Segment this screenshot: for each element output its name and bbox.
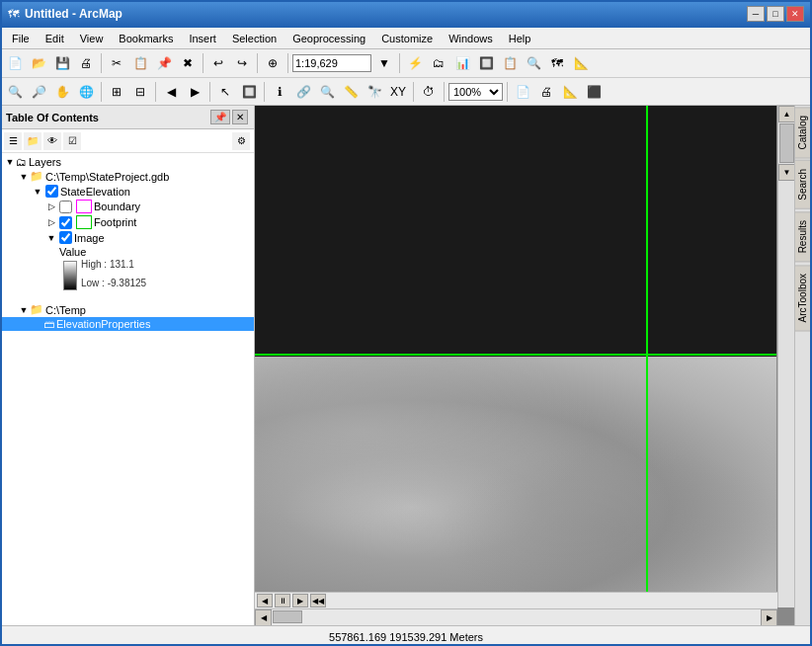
print-button[interactable]: 🖨 <box>75 52 97 74</box>
toc-layers-root[interactable]: ▼ 🗂 Layers <box>0 155 254 169</box>
tab-results[interactable]: Results <box>795 211 812 262</box>
map-nav-start[interactable]: ◀◀ <box>310 594 326 607</box>
tab-search[interactable]: Search <box>795 160 812 209</box>
zoom-in-btn[interactable]: 🔍 <box>4 81 26 103</box>
info-btn[interactable]: ℹ <box>269 81 290 103</box>
expand-gdb2[interactable]: ▼ <box>18 304 30 316</box>
tool6[interactable]: 🗺 <box>546 52 568 74</box>
hyperlink-btn[interactable]: 🔗 <box>292 81 314 103</box>
maximize-button[interactable]: □ <box>767 6 784 22</box>
layout-btn1[interactable]: 📄 <box>512 81 533 103</box>
zoom-select[interactable]: 100% <box>448 83 503 101</box>
menu-geoprocessing[interactable]: Geoprocessing <box>284 31 373 46</box>
vscroll-track[interactable] <box>778 123 794 163</box>
paste-button[interactable]: 📌 <box>153 52 175 74</box>
map-nav-fwd[interactable]: ▶ <box>292 594 308 607</box>
tool7[interactable]: 📐 <box>570 52 592 74</box>
state-elevation-checkbox[interactable] <box>45 185 58 198</box>
menu-file[interactable]: File <box>4 31 38 46</box>
map-area[interactable]: ◀ ⏸ ▶ ◀◀ ▲ ▼ ◀ ▶ <box>255 106 794 625</box>
toc-elevation-props[interactable]: 🗃 ElevationProperties <box>0 317 254 331</box>
layout-btn2[interactable]: 🖨 <box>535 81 557 103</box>
layout-btn3[interactable]: 📐 <box>559 81 581 103</box>
expand-image[interactable]: ▼ <box>45 232 57 244</box>
delete-button[interactable]: ✖ <box>177 52 199 74</box>
menu-bookmarks[interactable]: Bookmarks <box>111 31 181 46</box>
expand-gdb1[interactable]: ▼ <box>18 171 30 183</box>
menu-selection[interactable]: Selection <box>224 31 284 46</box>
toc-pin-button[interactable]: 📌 <box>210 110 230 124</box>
full-extent-btn[interactable]: ⊞ <box>106 81 127 103</box>
toc-sel-btn[interactable]: ☑ <box>63 132 81 150</box>
open-button[interactable]: 📂 <box>28 52 49 74</box>
layout-btn4[interactable]: ⬛ <box>583 81 605 103</box>
measure-btn[interactable]: 📏 <box>340 81 362 103</box>
map-hscrollbar[interactable]: ◀ ▶ <box>255 608 777 625</box>
tool4[interactable]: 📋 <box>499 52 521 74</box>
zoom-out-btn[interactable]: 🔎 <box>28 81 49 103</box>
hscroll-left[interactable]: ◀ <box>255 609 272 626</box>
menu-windows[interactable]: Windows <box>441 31 501 46</box>
select-btn[interactable]: ↖ <box>214 81 236 103</box>
vscroll-up[interactable]: ▲ <box>778 106 794 122</box>
map-nav-pause[interactable]: ⏸ <box>275 594 290 607</box>
copy-button[interactable]: 📋 <box>129 52 151 74</box>
toc-vis-btn[interactable]: 👁 <box>43 132 61 150</box>
fwd-btn[interactable]: ▶ <box>184 81 205 103</box>
menu-customize[interactable]: Customize <box>373 31 441 46</box>
map-nav-back[interactable]: ◀ <box>257 594 273 607</box>
toc-image[interactable]: ▼ Image <box>0 230 254 245</box>
toc-state-elevation[interactable]: ▼ StateElevation <box>0 184 254 199</box>
toc-close-button[interactable]: ✕ <box>232 110 248 124</box>
toc-footprint[interactable]: ▷ Footprint <box>0 214 254 230</box>
footprint-checkbox[interactable] <box>59 216 72 229</box>
find-route-button[interactable]: ⚡ <box>404 52 426 74</box>
georef-button[interactable]: ⊕ <box>262 52 284 74</box>
menu-view[interactable]: View <box>72 31 112 46</box>
toc-list-btn[interactable]: ☰ <box>4 132 22 150</box>
tool5[interactable]: 🔍 <box>523 52 544 74</box>
select2-btn[interactable]: 🔲 <box>238 81 260 103</box>
new-button[interactable]: 📄 <box>4 52 26 74</box>
toc-source-btn[interactable]: 📁 <box>24 132 41 150</box>
zoom-extent-btn[interactable]: ⊟ <box>129 81 151 103</box>
cut-button[interactable]: ✂ <box>106 52 127 74</box>
tool1[interactable]: 🗂 <box>428 52 449 74</box>
redo-button[interactable]: ↪ <box>231 52 253 74</box>
image-checkbox[interactable] <box>59 231 72 244</box>
binoculars-btn[interactable]: 🔭 <box>364 81 385 103</box>
timeline-btn[interactable]: ⏱ <box>418 81 440 103</box>
tab-catalog[interactable]: Catalog <box>795 107 812 158</box>
tool3[interactable]: 🔲 <box>475 52 497 74</box>
toc-gdb2[interactable]: ▼ 📁 C:\Temp <box>0 302 254 317</box>
menu-edit[interactable]: Edit <box>38 31 72 46</box>
hscroll-thumb[interactable] <box>273 610 302 623</box>
tab-arctoolbox[interactable]: ArcToolbox <box>795 265 812 331</box>
xy-btn[interactable]: XY <box>387 81 409 103</box>
search-btn[interactable]: 🔍 <box>316 81 338 103</box>
undo-button[interactable]: ↩ <box>207 52 229 74</box>
scale-dropdown[interactable]: ▼ <box>373 52 395 74</box>
expand-state-elev[interactable]: ▼ <box>32 186 43 198</box>
save-button[interactable]: 💾 <box>51 52 73 74</box>
close-button[interactable]: ✕ <box>786 6 804 22</box>
minimize-button[interactable]: ─ <box>747 6 765 22</box>
pan-btn[interactable]: ✋ <box>51 81 73 103</box>
menu-help[interactable]: Help <box>501 31 539 46</box>
hscroll-track[interactable] <box>272 609 761 625</box>
expand-footprint[interactable]: ▷ <box>45 216 57 228</box>
toc-options-btn[interactable]: ⚙ <box>232 132 250 150</box>
globe-btn[interactable]: 🌐 <box>75 81 97 103</box>
expand-boundary[interactable]: ▷ <box>45 201 57 212</box>
scale-input[interactable] <box>292 54 371 72</box>
hscroll-right[interactable]: ▶ <box>761 609 777 626</box>
menu-insert[interactable]: Insert <box>181 31 224 46</box>
toc-gdb1[interactable]: ▼ 📁 C:\Temp\StateProject.gdb <box>0 169 254 184</box>
expand-layers[interactable]: ▼ <box>4 156 16 168</box>
tool2[interactable]: 📊 <box>451 52 473 74</box>
map-vscrollbar[interactable]: ▲ ▼ <box>777 106 794 607</box>
back-btn[interactable]: ◀ <box>160 81 182 103</box>
boundary-checkbox[interactable] <box>59 201 72 213</box>
vscroll-down[interactable]: ▼ <box>778 164 794 181</box>
toc-boundary[interactable]: ▷ Boundary <box>0 199 254 214</box>
